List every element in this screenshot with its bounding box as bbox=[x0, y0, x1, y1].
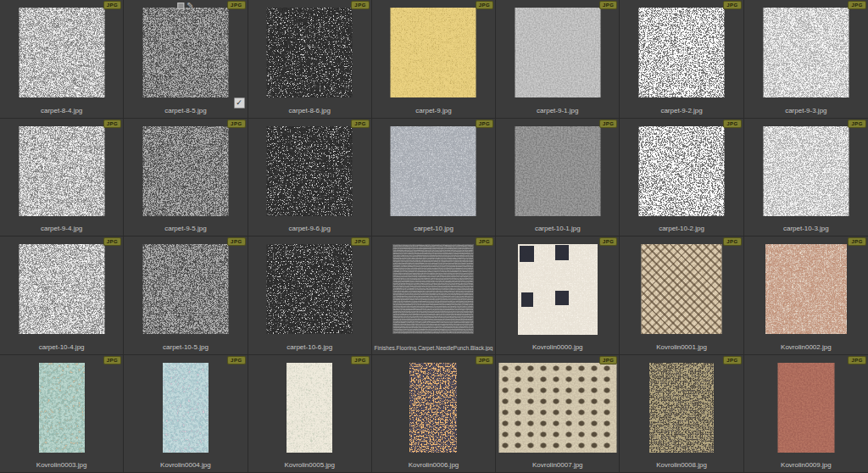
file-cell[interactable]: JPGKovrolin0000.jpg bbox=[496, 236, 620, 355]
file-cell[interactable]: JPGcarpet-8-4.jpg bbox=[0, 0, 124, 119]
thumbnail-grid: JPGcarpet-8-4.jpgJPG✎carpet-8-5.jpg✓JPGc… bbox=[0, 0, 868, 473]
file-thumbnail bbox=[763, 8, 849, 97]
file-cell[interactable]: JPG✎carpet-8-5.jpg✓ bbox=[124, 0, 248, 119]
file-thumbnail bbox=[19, 8, 104, 97]
file-cell[interactable]: JPGcarpet-9-3.jpg bbox=[744, 0, 868, 119]
file-name: Kovrolin0007.jpg bbox=[498, 461, 617, 469]
image-browser: JPGcarpet-8-4.jpgJPG✎carpet-8-5.jpg✓JPGc… bbox=[0, 0, 868, 473]
file-thumbnail bbox=[642, 244, 722, 334]
file-cell[interactable]: JPGcarpet-10-1.jpg bbox=[496, 119, 620, 237]
file-name: Kovrolin0002.jpg bbox=[746, 343, 866, 351]
file-name: carpet-9-2.jpg bbox=[621, 107, 741, 114]
file-thumbnail bbox=[19, 244, 104, 334]
filetype-badge: JPG bbox=[599, 120, 618, 128]
file-name: Finishes.Flooring.Carpet.NeedlePunch.Bla… bbox=[374, 345, 493, 351]
file-cell[interactable]: JPGKovrolin0006.jpg bbox=[372, 355, 496, 473]
filetype-badge: JPG bbox=[723, 120, 742, 128]
file-thumbnail bbox=[267, 8, 353, 97]
file-thumbnail bbox=[267, 244, 353, 334]
file-thumbnail bbox=[39, 363, 85, 453]
file-name: Kovrolin0004.jpg bbox=[125, 461, 245, 469]
file-cell[interactable]: JPGKovrolin0004.jpg bbox=[124, 355, 248, 473]
filetype-badge: JPG bbox=[351, 120, 370, 128]
file-name: Kovrolin0000.jpg bbox=[498, 343, 617, 351]
file-thumbnail bbox=[287, 363, 332, 453]
file-cell[interactable]: JPGKovrolin0001.jpg bbox=[620, 236, 743, 355]
file-name: carpet-9-1.jpg bbox=[498, 107, 617, 114]
file-thumbnail bbox=[765, 244, 847, 334]
file-thumbnail bbox=[639, 126, 725, 216]
file-cell[interactable]: JPGKovrolin0007.jpg bbox=[496, 355, 620, 473]
file-thumbnail bbox=[639, 8, 725, 97]
selection-checkbox[interactable]: ✓ bbox=[234, 97, 245, 109]
file-name: Kovrolin0005.jpg bbox=[250, 461, 370, 469]
file-thumbnail bbox=[142, 8, 228, 97]
file-name: carpet-8-6.jpg bbox=[250, 107, 370, 114]
file-cell[interactable]: JPGcarpet-10-4.jpg bbox=[0, 236, 124, 355]
file-thumbnail bbox=[649, 363, 714, 453]
file-cell[interactable]: JPGcarpet-8-6.jpg bbox=[248, 0, 372, 119]
filetype-badge: JPG bbox=[103, 356, 122, 364]
file-cell[interactable]: JPGKovrolin0005.jpg bbox=[248, 355, 372, 473]
file-name: Kovrolin0008.jpg bbox=[621, 461, 741, 469]
filetype-badge: JPG bbox=[103, 237, 122, 246]
file-name: carpet-10-5.jpg bbox=[125, 343, 245, 351]
filetype-badge: JPG bbox=[723, 1, 742, 9]
file-name: carpet-10.jpg bbox=[374, 225, 493, 232]
filetype-badge: JPG bbox=[723, 356, 742, 364]
file-name: carpet-10-2.jpg bbox=[621, 225, 741, 232]
filetype-badge: JPG bbox=[103, 120, 122, 128]
file-cell[interactable]: JPGKovrolin0002.jpg bbox=[744, 236, 868, 355]
filetype-badge: JPG bbox=[848, 237, 866, 246]
file-thumbnail bbox=[393, 244, 474, 334]
file-thumbnail bbox=[498, 363, 616, 453]
file-name: carpet-10-6.jpg bbox=[250, 343, 370, 351]
file-cell[interactable]: JPGcarpet-9.jpg bbox=[372, 0, 496, 119]
file-thumbnail bbox=[142, 126, 228, 216]
metadata-icon bbox=[177, 3, 184, 9]
filetype-badge: JPG bbox=[476, 237, 494, 246]
filetype-badge: JPG bbox=[227, 356, 246, 364]
pencil-icon: ✎ bbox=[186, 2, 193, 9]
file-thumbnail bbox=[267, 126, 353, 216]
file-thumbnail bbox=[515, 126, 600, 216]
file-name: carpet-9-3.jpg bbox=[746, 107, 866, 114]
file-cell[interactable]: JPGKovrolin0003.jpg bbox=[0, 355, 124, 473]
file-cell[interactable]: JPGcarpet-9-4.jpg bbox=[0, 119, 124, 237]
file-cell[interactable]: JPGcarpet-9-2.jpg bbox=[620, 0, 743, 119]
file-name: carpet-9-6.jpg bbox=[250, 225, 370, 232]
file-name: carpet-10-4.jpg bbox=[2, 343, 121, 351]
file-cell[interactable]: JPGcarpet-10-3.jpg bbox=[744, 119, 868, 237]
file-thumbnail bbox=[515, 8, 600, 97]
file-name: carpet-10-1.jpg bbox=[498, 225, 617, 232]
file-cell[interactable]: JPGcarpet-9-5.jpg bbox=[124, 119, 248, 237]
filetype-badge: JPG bbox=[227, 237, 246, 246]
filetype-badge: JPG bbox=[103, 1, 122, 9]
filetype-badge: JPG bbox=[351, 237, 370, 246]
file-name: Kovrolin0003.jpg bbox=[2, 461, 121, 469]
file-thumbnail bbox=[518, 244, 598, 335]
file-thumbnail bbox=[19, 126, 104, 216]
thumbnail-status-icons: ✎ bbox=[177, 1, 193, 10]
file-cell[interactable]: JPGFinishes.Flooring.Carpet.NeedlePunch.… bbox=[372, 236, 496, 355]
file-name: carpet-10-3.jpg bbox=[746, 225, 866, 232]
file-cell[interactable]: JPGcarpet-9-6.jpg bbox=[248, 119, 372, 237]
file-name: Kovrolin0009.jpg bbox=[746, 461, 866, 469]
filetype-badge: JPG bbox=[351, 356, 370, 364]
file-cell[interactable]: JPGcarpet-10-5.jpg bbox=[124, 236, 248, 355]
file-cell[interactable]: JPGcarpet-10-6.jpg bbox=[248, 236, 372, 355]
file-cell[interactable]: JPGcarpet-10-2.jpg bbox=[620, 119, 743, 237]
filetype-badge: JPG bbox=[351, 1, 370, 9]
file-cell[interactable]: JPGcarpet-9-1.jpg bbox=[496, 0, 620, 119]
file-cell[interactable]: JPGKovrolin0009.jpg bbox=[744, 355, 868, 473]
file-name: carpet-8-4.jpg bbox=[2, 107, 121, 114]
filetype-badge: JPG bbox=[599, 1, 618, 9]
file-cell[interactable]: JPGcarpet-10.jpg bbox=[372, 119, 496, 237]
file-thumbnail bbox=[163, 363, 209, 453]
file-name: Kovrolin0001.jpg bbox=[621, 343, 741, 351]
file-thumbnail bbox=[763, 126, 849, 216]
file-cell[interactable]: JPGKovrolin0008.jpg bbox=[620, 355, 743, 473]
file-name: Kovrolin0006.jpg bbox=[374, 461, 493, 469]
filetype-badge: JPG bbox=[476, 120, 494, 128]
file-thumbnail bbox=[409, 363, 457, 453]
